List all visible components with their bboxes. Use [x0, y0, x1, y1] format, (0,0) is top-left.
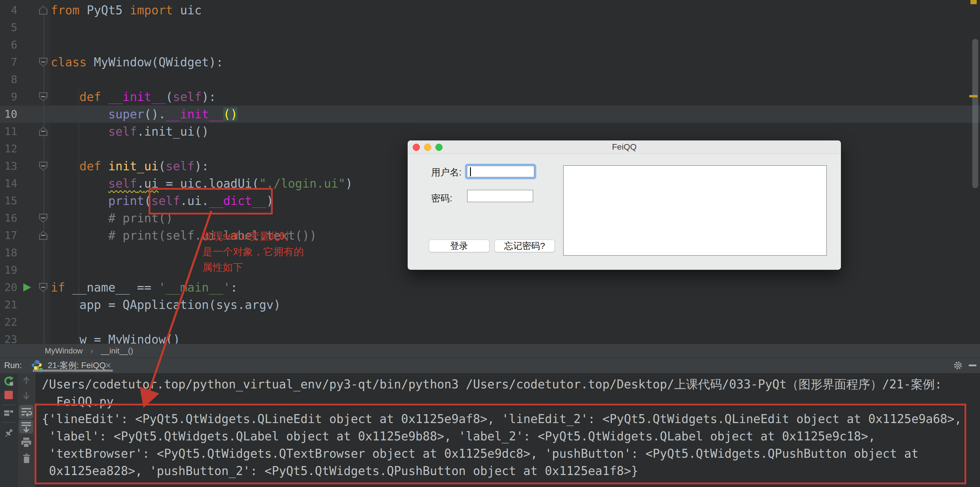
close-icon[interactable] [105, 362, 111, 369]
code-line[interactable]: if __name__ == '__main__': [51, 279, 352, 296]
fold-marker-icon[interactable] [39, 214, 48, 223]
line-number[interactable]: 23 [0, 331, 17, 343]
line-number[interactable]: 12 [0, 140, 17, 158]
forgot-password-button[interactable]: 忘记密码? [495, 240, 555, 252]
code-token: ): [202, 90, 216, 104]
line-number[interactable]: 22 [0, 313, 17, 331]
line-number[interactable]: 17 [0, 227, 17, 244]
trash-icon[interactable] [21, 452, 32, 465]
line-number[interactable]: 8 [0, 71, 17, 88]
text-browser[interactable] [563, 165, 827, 256]
inspections-indicator-icon[interactable] [970, 0, 977, 4]
line-number[interactable]: 6 [0, 36, 17, 53]
code-line[interactable]: app = QApplication(sys.argv) [51, 296, 352, 313]
annotation-line: 是一个对象，它拥有的 [202, 244, 304, 259]
line-number[interactable]: 20 [0, 279, 17, 296]
username-input-inner[interactable] [467, 166, 534, 177]
line-number[interactable]: 11 [0, 123, 17, 140]
soft-wrap-icon[interactable] [19, 405, 33, 418]
run-line-icon[interactable] [23, 283, 31, 292]
dialog-titlebar[interactable]: FeiQQ [408, 141, 841, 154]
code-line[interactable] [51, 71, 352, 88]
code-token: class [51, 55, 86, 69]
code-line[interactable] [51, 19, 352, 36]
code-token: self [173, 90, 201, 104]
feiqq-dialog[interactable]: FeiQQ 用户名: 密码: 登录 忘记密码? [408, 141, 841, 270]
run-label: Run: [4, 358, 22, 373]
hide-panel-icon[interactable] [969, 364, 977, 366]
warning-stripe-mark[interactable] [969, 95, 978, 97]
annotation-box-code [149, 188, 273, 214]
text-caret [470, 167, 471, 176]
line-number[interactable]: 15 [0, 192, 17, 209]
code-token: MyWindow(QWidget): [86, 55, 223, 69]
code-line[interactable]: self.init_ui() [51, 123, 352, 140]
code-token: import [130, 3, 173, 17]
code-token: def [80, 90, 101, 104]
run-console[interactable]: /Users/codetutor.top/python_virtual_env/… [0, 373, 980, 487]
fold-marker-icon[interactable] [39, 127, 48, 136]
code-line[interactable] [51, 262, 352, 279]
code-line[interactable] [51, 244, 352, 262]
line-number[interactable]: 13 [0, 158, 17, 175]
pin-icon[interactable] [3, 428, 14, 439]
fold-marker-icon[interactable] [39, 92, 48, 101]
restore-layout-icon[interactable] [3, 408, 14, 418]
minimize-traffic-light[interactable] [424, 144, 431, 151]
editor-scrollbar-thumb[interactable] [972, 39, 978, 188]
zoom-traffic-light[interactable] [435, 144, 442, 151]
fold-marker-icon[interactable] [39, 57, 48, 67]
close-traffic-light[interactable] [413, 144, 420, 151]
fold-marker-icon[interactable] [39, 162, 48, 171]
code-line[interactable] [51, 313, 352, 331]
code-token: print [108, 194, 144, 208]
code-line[interactable]: from PyQt5 import uic [51, 2, 352, 19]
code-token: uic [173, 3, 201, 17]
line-number[interactable]: 19 [0, 262, 17, 279]
code-token: app = QApplication(sys.argv) [51, 298, 281, 311]
code-token: __name__ == [65, 281, 159, 294]
fold-marker-icon[interactable] [39, 6, 48, 14]
gear-icon[interactable] [953, 360, 963, 371]
code-line[interactable]: w = MyWindow() [51, 331, 352, 343]
line-number[interactable]: 18 [0, 244, 17, 262]
stop-icon[interactable] [4, 391, 13, 399]
scroll-to-end-icon[interactable] [19, 420, 33, 434]
line-number[interactable]: 9 [0, 88, 17, 105]
username-input[interactable] [465, 164, 536, 179]
code-token: def [80, 159, 101, 173]
annotation-text: 发现self.ui变量此时 是一个对象，它拥有的 属性如下 [202, 228, 304, 275]
code-line[interactable]: super().__init__() [51, 105, 352, 123]
fold-marker-icon[interactable] [39, 231, 48, 240]
annotation-box-console [35, 404, 966, 484]
code-line[interactable]: def __init__(self): [51, 88, 352, 105]
login-button[interactable]: 登录 [429, 240, 489, 252]
username-label: 用户名: [431, 166, 461, 179]
line-number[interactable]: 7 [0, 53, 17, 71]
code-token [51, 107, 108, 121]
code-area[interactable]: from PyQt5 import uicclass MyWindow(QWid… [51, 2, 352, 343]
code-line[interactable]: def init_ui(self): [51, 158, 352, 175]
line-number[interactable]: 10 [0, 105, 17, 123]
console-toolbar-secondary [17, 373, 35, 487]
fold-marker-icon[interactable] [39, 283, 48, 292]
line-number[interactable]: 4 [0, 2, 17, 19]
down-arrow-icon[interactable] [21, 391, 31, 401]
printer-icon[interactable] [20, 436, 33, 449]
code-line[interactable]: # print(self.ui.label.text()) [51, 227, 352, 244]
code-line[interactable] [51, 36, 352, 53]
line-number[interactable]: 21 [0, 296, 17, 313]
code-token [51, 177, 108, 190]
up-arrow-icon[interactable] [21, 375, 31, 386]
password-input[interactable] [467, 190, 533, 202]
password-label: 密码: [431, 192, 452, 204]
line-number[interactable]: 5 [0, 19, 17, 36]
rerun-icon[interactable] [3, 375, 14, 387]
line-number[interactable]: 14 [0, 175, 17, 192]
code-line[interactable]: class MyWindow(QWidget): [51, 53, 352, 71]
code-token [51, 228, 108, 242]
code-line[interactable] [51, 140, 352, 158]
breadcrumb-method[interactable]: __init__() [101, 346, 133, 355]
breadcrumb-class[interactable]: MyWindow [45, 346, 83, 355]
line-number[interactable]: 16 [0, 209, 17, 227]
